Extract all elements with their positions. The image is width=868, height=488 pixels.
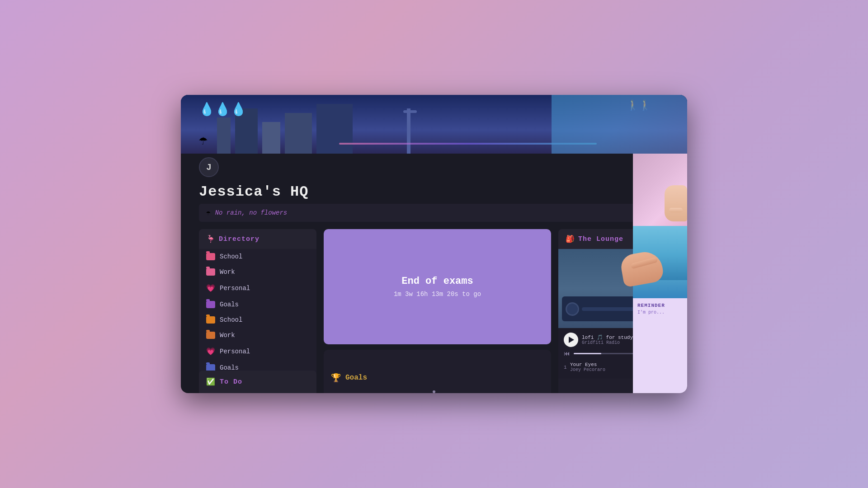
goals-title: Goals [345, 374, 367, 382]
right-image-1 [633, 154, 687, 226]
main-grid: 🦩 Directory School Work 💗 Personal [181, 229, 687, 393]
reminder-card: REMINDER I'm pro... [633, 298, 687, 393]
dir-item-label-personal-1: Personal [220, 285, 250, 292]
dir-item-personal-1[interactable]: 💗 Personal [199, 280, 316, 297]
tagline-text: No rain, no flowers [215, 209, 288, 216]
dir-item-goals-1[interactable]: Goals [199, 297, 316, 312]
dir-item-personal-2[interactable]: 💗 Personal [199, 343, 316, 360]
dir-item-label-work-1: Work [220, 268, 235, 276]
folder-icon-work-1 [206, 268, 215, 276]
rain-icon: 💧💧💧 [199, 102, 246, 117]
lounge-title: The Lounge [578, 235, 623, 243]
check-icon: ✅ [206, 377, 215, 386]
lounge-emoji: 🎒 [566, 235, 575, 244]
folder-icon-goals-1 [206, 301, 215, 308]
avatar-row: J [181, 154, 687, 179]
goals-emoji: 🏆 [331, 373, 341, 383]
scroll-indicator [433, 390, 435, 393]
page-title: Jessica's HQ [181, 179, 687, 204]
countdown-time: 1m 3w 16h 13m 20s to go [394, 291, 481, 298]
dir-item-label-personal-2: Personal [220, 348, 250, 355]
countdown-card: End of exams 1m 3w 16h 13m 20s to go [324, 229, 551, 344]
folder-icon-personal-2: 💗 [206, 347, 215, 356]
prev-button[interactable]: ⏮ [564, 350, 570, 357]
todo-title: To Do [220, 378, 242, 386]
avatar: J [199, 157, 219, 177]
directory-panel: 🦩 Directory School Work 💗 Personal [199, 229, 316, 393]
folder-icon-school-1 [206, 253, 215, 260]
dir-item-school-1[interactable]: School [199, 249, 316, 264]
todo-panel[interactable]: ✅ To Do [199, 371, 316, 393]
dir-item-label-school-1: School [220, 253, 242, 260]
app-window: 💧💧💧 ☂️ 🚶🚶 J Jessica's HQ ☂️ No rain, no … [181, 95, 687, 393]
play-button[interactable] [564, 333, 578, 347]
folder-icon-personal-1: 💗 [206, 284, 215, 293]
dir-item-school-2[interactable]: School [199, 312, 316, 328]
track-number: 1 [564, 365, 570, 370]
directory-emoji: 🦩 [206, 235, 215, 244]
directory-title: Directory [219, 235, 259, 243]
folder-icon-work-2 [206, 332, 215, 339]
countdown-title: End of exams [401, 276, 473, 287]
banner: 💧💧💧 ☂️ 🚶🚶 [181, 95, 687, 154]
dir-item-work-1[interactable]: Work [199, 264, 316, 280]
dir-item-work-2[interactable]: Work [199, 328, 316, 343]
progress-fill [574, 353, 601, 354]
tagline-emoji: ☂️ [206, 208, 211, 217]
directory-header: 🦩 Directory [199, 229, 316, 249]
play-icon [569, 337, 574, 343]
goals-card[interactable]: 🏆 Goals [324, 350, 551, 393]
reminder-text: I'm pro... [637, 310, 683, 315]
dir-item-label-goals-1: Goals [220, 301, 239, 308]
dir-item-label-work-2: Work [220, 332, 235, 339]
reminder-title: REMINDER [637, 303, 683, 308]
center-panel: End of exams 1m 3w 16h 13m 20s to go 🏆 G… [324, 229, 551, 393]
dir-item-label-school-2: School [220, 316, 242, 324]
folder-icon-school-2 [206, 316, 215, 324]
tagline-bar: ☂️ No rain, no flowers [199, 204, 669, 222]
progress-bar[interactable] [574, 353, 642, 354]
